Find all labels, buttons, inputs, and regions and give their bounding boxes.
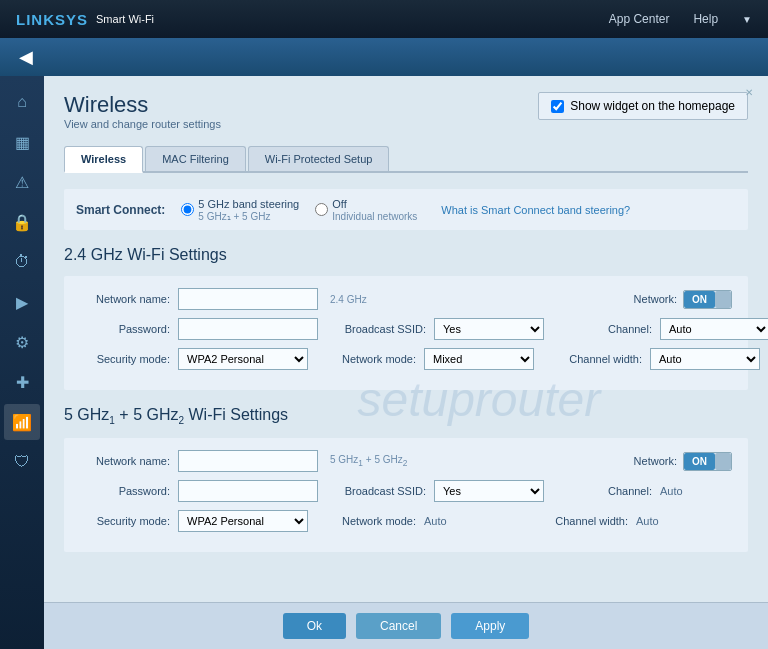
password-label-5: Password: [80, 485, 170, 497]
network-name-label-5: Network name: [80, 455, 170, 467]
channel-label-5: Channel: [552, 485, 652, 497]
sidebar-icon-shield[interactable]: 🛡 [4, 444, 40, 480]
toggle-container-5[interactable]: ON [683, 452, 732, 471]
broadcast-group-5: Broadcast SSID: Yes No [326, 480, 544, 502]
page-subtitle: View and change router settings [64, 118, 221, 130]
section-5ghz-title: 5 GHz1 + 5 GHz2 Wi-Fi Settings [64, 406, 748, 426]
toggle-on-5[interactable]: ON [684, 453, 715, 470]
help-link[interactable]: Help [693, 12, 718, 26]
widget-checkbox[interactable] [551, 100, 564, 113]
topbar-links: App Center Help ▼ [609, 12, 752, 26]
channel-group-5: Channel: Auto [552, 485, 732, 497]
logo-area: LINKSYS Smart Wi-Fi [16, 11, 154, 28]
smart-connect-label: Smart Connect: [76, 203, 165, 217]
sidebar-icon-wifi[interactable]: 📶 [4, 404, 40, 440]
network-name-label-24: Network name: [80, 293, 170, 305]
broadcast-group-24: Broadcast SSID: Yes No [326, 318, 544, 340]
band-steering-sub: 5 GHz₁ + 5 GHz [198, 211, 299, 222]
network-mode-select-24[interactable]: Mixed Wireless-N Only Disabled [424, 348, 534, 370]
ok-button[interactable]: Ok [283, 613, 346, 639]
footer: Ok Cancel Apply [44, 602, 768, 649]
security-row-24: Security mode: WPA2 Personal WPA Persona… [80, 348, 732, 370]
sidebar-icon-router[interactable]: ⌂ [4, 84, 40, 120]
form-5ghz: Network name: 5 GHz1 + 5 GHz2 Network: O… [64, 438, 748, 552]
content-area: Wireless View and change router settings… [44, 76, 768, 584]
network-mode-label-24: Network mode: [316, 353, 416, 365]
security-label-5: Security mode: [80, 515, 170, 527]
sidebar-icon-settings[interactable]: ⚙ [4, 324, 40, 360]
off-label: Off [332, 198, 346, 210]
network-name-row-24: Network name: 2.4 GHz Network: ON [80, 288, 732, 310]
channel-select-24[interactable]: Auto 123 [660, 318, 768, 340]
password-row-5: Password: Broadcast SSID: Yes No Channel… [80, 480, 732, 502]
network-toggle-5: Network: ON [634, 452, 732, 471]
sidebar-icon-media[interactable]: ▶ [4, 284, 40, 320]
sidebar-icon-security[interactable]: 🔒 [4, 204, 40, 240]
channel-group-24: Channel: Auto 123 [552, 318, 768, 340]
security-label-24: Security mode: [80, 353, 170, 365]
app-center-link[interactable]: App Center [609, 12, 670, 26]
network-toggle-24: Network: ON [634, 290, 732, 309]
network-name-input-5[interactable] [178, 450, 318, 472]
topbar: LINKSYS Smart Wi-Fi App Center Help ▼ [0, 0, 768, 38]
channel-width-select-24[interactable]: Auto 20 MHz 40 MHz [650, 348, 760, 370]
bluebar: ◀ [0, 38, 768, 76]
channel-width-group-5: Channel width: Auto [528, 515, 732, 527]
password-label-24: Password: [80, 323, 170, 335]
back-button[interactable]: ◀ [12, 43, 40, 71]
smart-connect-help-link[interactable]: What is Smart Connect band steering? [441, 204, 630, 216]
form-24ghz: Network name: 2.4 GHz Network: ON [64, 276, 748, 390]
app-name: Smart Wi-Fi [96, 13, 154, 25]
network-name-row-5: Network name: 5 GHz1 + 5 GHz2 Network: O… [80, 450, 732, 472]
layout: ⌂ ▦ ⚠ 🔒 ⏱ ▶ ⚙ ✚ 📶 🛡 Wireless View and ch… [0, 76, 768, 649]
band-steering-radio[interactable] [181, 203, 194, 216]
logo-brand: LINKSYS [16, 11, 88, 28]
network-name-input-24[interactable] [178, 288, 318, 310]
network-name-hint-24: 2.4 GHz [330, 294, 367, 305]
band-steering-label: 5 GHz band steering [198, 198, 299, 210]
cancel-button[interactable]: Cancel [356, 613, 441, 639]
toggle-container-24[interactable]: ON [683, 290, 732, 309]
page-title: Wireless [64, 92, 221, 118]
broadcast-label-24: Broadcast SSID: [326, 323, 426, 335]
security-select-5[interactable]: WPA2 Personal WPA Personal WEP Disabled [178, 510, 308, 532]
broadcast-select-24[interactable]: Yes No [434, 318, 544, 340]
dropdown-arrow[interactable]: ▼ [742, 14, 752, 25]
channel-width-group-24: Channel width: Auto 20 MHz 40 MHz [542, 348, 760, 370]
network-mode-group-24: Network mode: Mixed Wireless-N Only Disa… [316, 348, 534, 370]
main-content: Wireless View and change router settings… [44, 76, 768, 649]
band-steering-option[interactable]: 5 GHz band steering 5 GHz₁ + 5 GHz [181, 197, 299, 222]
channel-width-value-5: Auto [636, 515, 659, 527]
network-toggle-label-24: Network: [634, 293, 677, 305]
password-input-5[interactable] [178, 480, 318, 502]
channel-label-24: Channel: [552, 323, 652, 335]
tab-mac-filtering[interactable]: MAC Filtering [145, 146, 246, 171]
sidebar-icon-clock[interactable]: ⏱ [4, 244, 40, 280]
widget-label: Show widget on the homepage [570, 99, 735, 113]
sidebar-icon-alert[interactable]: ⚠ [4, 164, 40, 200]
broadcast-label-5: Broadcast SSID: [326, 485, 426, 497]
security-row-5: Security mode: WPA2 Personal WPA Persona… [80, 510, 732, 532]
tab-wireless[interactable]: Wireless [64, 146, 143, 173]
widget-checkbox-area: ✕ Show widget on the homepage [538, 92, 748, 120]
page-header: Wireless View and change router settings… [64, 92, 748, 142]
tab-wifi-protected[interactable]: Wi-Fi Protected Setup [248, 146, 390, 171]
security-select-24[interactable]: WPA2 Personal WPA Personal WEP Disabled [178, 348, 308, 370]
smart-connect-row: Smart Connect: 5 GHz band steering 5 GHz… [64, 189, 748, 230]
ghz-24-section: setuprouter 2.4 GHz Wi-Fi Settings Netwo… [64, 246, 748, 552]
sidebar-icon-devices[interactable]: ▦ [4, 124, 40, 160]
off-radio[interactable] [315, 203, 328, 216]
toggle-off-24[interactable] [715, 291, 731, 308]
toggle-on-24[interactable]: ON [684, 291, 715, 308]
close-icon[interactable]: ✕ [745, 87, 753, 98]
toggle-off-5[interactable] [715, 453, 731, 470]
password-input-24[interactable] [178, 318, 318, 340]
broadcast-select-5[interactable]: Yes No [434, 480, 544, 502]
apply-button[interactable]: Apply [451, 613, 529, 639]
network-toggle-label-5: Network: [634, 455, 677, 467]
channel-value-5: Auto [660, 485, 683, 497]
off-option[interactable]: Off Individual networks [315, 197, 417, 222]
network-mode-group-5: Network mode: Auto [316, 515, 520, 527]
channel-width-label-5: Channel width: [528, 515, 628, 527]
sidebar-icon-apps[interactable]: ✚ [4, 364, 40, 400]
